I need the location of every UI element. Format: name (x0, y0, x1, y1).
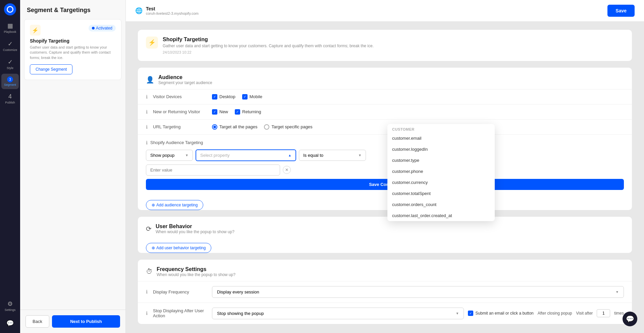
info-icon-stop: ℹ (146, 311, 148, 316)
globe-icon: 🌐 (135, 7, 143, 14)
returning-visitor-option[interactable]: Returning (235, 109, 261, 115)
targeting-title: Shopify Targeting (163, 37, 374, 43)
enter-value-input[interactable] (146, 164, 280, 176)
site-title: Test (146, 6, 199, 11)
user-behavior-title: User Behavior (156, 223, 234, 229)
times-label: times (614, 311, 624, 316)
close-condition-button[interactable]: ✕ (283, 166, 291, 174)
save-condition-button[interactable]: Save Condition (146, 179, 624, 190)
mobile-label: Mobile (250, 94, 262, 99)
dropdown-item-type[interactable]: customer.type (387, 155, 495, 166)
user-behavior-subtitle: When would you like the popup to show up… (156, 229, 234, 234)
dropdown-item-email[interactable]: customer.email (387, 133, 495, 144)
settings-icon: ⚙ (7, 300, 13, 308)
sidebar-item-segment[interactable]: 3 Segment (1, 74, 19, 89)
back-button[interactable]: Back (25, 315, 49, 328)
sidebar-item-playbook[interactable]: ▦ Playbook (1, 19, 19, 36)
dropdown-item-totalspent[interactable]: customer.totalSpent (387, 188, 495, 199)
segment-card-desc: Gather user data and start getting to kn… (30, 45, 116, 60)
sidebar-item-publish[interactable]: 4 Publish (1, 90, 19, 107)
visitor-type-options: New Returning (212, 109, 261, 115)
visit-after-label: Visit after (576, 311, 593, 316)
add-user-behavior-button[interactable]: ⊕ Add user behavior targeting (146, 243, 211, 253)
dropdown-item-loggedin[interactable]: customer.loggedIn (387, 144, 495, 155)
returning-checkbox[interactable] (235, 109, 240, 115)
dropdown-item-lastorder[interactable]: customer.last_order.created_at (387, 210, 495, 221)
panel-title: Segment & Targetings (20, 0, 125, 19)
segment-card-icon: ⚡ (30, 25, 41, 36)
support-icon: 💬 (6, 320, 14, 327)
audience-subtitle: Segment your target audience (158, 80, 212, 85)
shopify-targeting-card: ⚡ Shopify Targeting Gather user data and… (138, 30, 632, 61)
new-visitor-option[interactable]: New (212, 109, 228, 115)
target-all-radio[interactable] (212, 124, 217, 130)
select-property-dropdown[interactable]: Select property ▲ (196, 149, 296, 161)
is-equal-arrow: ▼ (358, 153, 362, 157)
frequency-title: Frequency Settings (157, 266, 235, 272)
targeting-header: ⚡ Shopify Targeting Gather user data and… (138, 30, 632, 61)
dropdown-item-phone[interactable]: customer.phone (387, 166, 495, 177)
info-icon-visitor: ℹ (146, 109, 148, 115)
sidebar-item-customize[interactable]: ✓ Customize (1, 38, 19, 54)
shopify-targeting-controls: Show popup ▼ Select property ▲ Is equal … (146, 149, 624, 161)
badge-dot (92, 27, 95, 29)
sidebar-item-label: Customize (3, 48, 17, 52)
shopify-audience-label: Shopify Audience Targeting (150, 140, 203, 145)
main-header: 🌐 Test coruh-livetest2-3.myshopify.com S… (126, 0, 644, 22)
desktop-checkbox[interactable] (212, 94, 217, 99)
frequency-icon: ⏱ (146, 268, 153, 275)
customize-icon: ✓ (8, 40, 13, 48)
stop-displaying-label: Stop Displaying After User Action (153, 308, 207, 318)
target-specific-radio[interactable] (264, 124, 269, 130)
url-targeting-row: ℹ URL Targeting Target all the pages Tar… (138, 119, 632, 134)
audience-section: 👤 Audience Segment your target audience … (138, 68, 632, 210)
sidebar-item-label: Playbook (4, 30, 16, 34)
panel-bottom: Back Next to Publish (20, 310, 125, 333)
badge-label: Activated (96, 26, 112, 30)
target-all-option[interactable]: Target all the pages (212, 124, 257, 130)
submit-email-checkbox[interactable] (468, 311, 473, 316)
add-audience-targeting-button[interactable]: ⊕ Add audience targeting (146, 200, 203, 210)
desktop-option[interactable]: Desktop (212, 94, 235, 99)
select-property-value: Select property (200, 153, 229, 158)
dropdown-item-currency[interactable]: customer.currency (387, 177, 495, 188)
stop-dropdown[interactable]: Stop showing the popup ▼ (212, 308, 464, 319)
freq-dropdown-arrow: ▼ (615, 290, 619, 294)
new-checkbox[interactable] (212, 109, 217, 115)
submit-email-option[interactable]: Submit an email or click a button (468, 311, 533, 316)
show-popup-dropdown[interactable]: Show popup ▼ (146, 150, 193, 161)
behavior-icon: ⟳ (146, 225, 152, 233)
next-to-publish-button[interactable]: Next to Publish (52, 315, 120, 328)
stop-arrow: ▼ (455, 312, 459, 315)
is-equal-dropdown[interactable]: Is equal to ▼ (299, 150, 366, 161)
segment-card-title: Shopify Targeting (30, 38, 116, 44)
sidebar-item-settings[interactable]: ⚙ Settings (1, 297, 19, 314)
sidebar-item-label: Segment (4, 83, 16, 86)
segment-panel: Segment & Targetings ⚡ Activated Shopify… (20, 0, 126, 333)
dropdown-item-orderscount[interactable]: customer.orders_count (387, 199, 495, 210)
save-button[interactable]: Save (607, 5, 635, 17)
url-targeting-label: URL Targeting (153, 124, 207, 129)
display-frequency-dropdown[interactable]: Display every session ▼ (212, 286, 624, 298)
audience-header: 👤 Audience Segment your target audience (138, 68, 632, 89)
audience-title: Audience (158, 74, 212, 80)
stop-value: Stop showing the popup (217, 311, 264, 316)
change-segment-button[interactable]: Change Segment (30, 64, 72, 74)
visitor-type-label: New or Returning Visitor (153, 109, 207, 114)
mobile-checkbox[interactable] (242, 94, 248, 99)
add-audience-label: Add audience targeting (156, 203, 198, 207)
info-icon-url: ℹ (146, 124, 148, 130)
sidebar-item-style[interactable]: ✓ Style (1, 56, 19, 72)
chat-bubble-button[interactable]: 💬 (623, 312, 637, 326)
visit-count-input[interactable] (597, 309, 610, 317)
sidebar-item-support[interactable]: 💬 (1, 317, 19, 330)
main-scroll: ⚡ Shopify Targeting Gather user data and… (126, 22, 644, 333)
mobile-option[interactable]: Mobile (242, 94, 262, 99)
frequency-subtitle: When would you like the popup to show up… (157, 272, 235, 277)
target-specific-option[interactable]: Target specific pages (264, 124, 312, 130)
app-logo[interactable] (4, 3, 16, 15)
add-icon: ⊕ (152, 203, 155, 207)
show-popup-value: Show popup (150, 153, 174, 158)
select-property-arrow: ▲ (288, 153, 291, 157)
display-frequency-row: ℹ Display Frequency Display every sessio… (138, 281, 632, 303)
